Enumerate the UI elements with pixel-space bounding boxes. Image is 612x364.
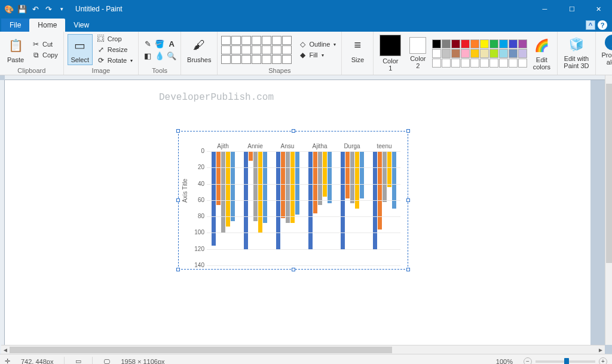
vscroll-thumb[interactable] — [606, 84, 612, 263]
scroll-left-icon[interactable]: ◄ — [1, 345, 10, 354]
shape-option[interactable] — [231, 36, 241, 45]
edit-colors-button[interactable]: 🌈 Edit colors — [530, 35, 553, 72]
palette-color[interactable] — [509, 49, 518, 58]
palette-color[interactable] — [461, 49, 470, 58]
shape-option[interactable] — [231, 55, 241, 64]
zoom-slider[interactable] — [536, 360, 595, 363]
help-icon[interactable]: ? — [598, 20, 607, 30]
selection-handle[interactable] — [406, 268, 410, 271]
vertical-scrollbar[interactable] — [605, 75, 612, 345]
eraser-tool[interactable]: ◧ — [142, 50, 153, 61]
palette-color[interactable] — [489, 59, 498, 68]
shape-option[interactable] — [282, 45, 292, 54]
palette-color[interactable] — [480, 39, 489, 48]
outline-button[interactable]: ◇Outline▾ — [296, 39, 338, 49]
selection-handle[interactable] — [176, 198, 180, 202]
shape-option[interactable] — [262, 36, 271, 45]
palette-color[interactable] — [518, 49, 527, 58]
fill-tool[interactable]: 🪣 — [154, 38, 165, 49]
selection-handle[interactable] — [176, 129, 180, 133]
minimize-ribbon-icon[interactable]: ^ — [586, 20, 595, 30]
palette-color[interactable] — [518, 39, 527, 48]
shape-option[interactable] — [262, 45, 271, 54]
palette-color[interactable] — [470, 49, 479, 58]
color2-button[interactable]: Color 2 — [406, 36, 430, 71]
palette-row-2[interactable] — [432, 49, 527, 58]
shape-option[interactable] — [272, 55, 281, 64]
palette-color[interactable] — [509, 59, 518, 68]
pencil-tool[interactable]: ✎ — [142, 38, 153, 49]
shape-option[interactable] — [272, 45, 281, 54]
undo-icon[interactable]: ↶ — [30, 4, 41, 14]
selection-handle[interactable] — [176, 268, 180, 271]
picker-tool[interactable]: 💧 — [154, 50, 165, 61]
zoom-in-button[interactable]: + — [599, 357, 607, 365]
cut-button[interactable]: ✂Cut — [30, 39, 60, 49]
resize-button[interactable]: ⤢Resize — [95, 45, 134, 54]
size-button[interactable]: ≡ Size — [345, 35, 369, 65]
palette-row-3[interactable] — [432, 59, 527, 68]
shape-option[interactable] — [231, 45, 241, 54]
palette-color[interactable] — [442, 39, 451, 48]
shape-option[interactable] — [241, 45, 251, 54]
horizontal-scrollbar[interactable]: ◄ ► — [1, 345, 605, 354]
palette-color[interactable] — [499, 59, 508, 68]
shape-option[interactable] — [262, 55, 271, 64]
selection-handle[interactable] — [406, 198, 410, 202]
tab-file[interactable]: File — [1, 19, 29, 32]
shape-option[interactable] — [221, 55, 231, 64]
palette-color[interactable] — [470, 59, 479, 68]
palette-color[interactable] — [442, 59, 451, 68]
palette-color[interactable] — [499, 39, 508, 48]
shape-option[interactable] — [282, 36, 292, 45]
palette-color[interactable] — [518, 59, 527, 68]
palette-row-1[interactable] — [432, 39, 527, 48]
close-button[interactable]: ✕ — [585, 0, 612, 18]
color1-button[interactable]: Color 1 — [377, 33, 403, 73]
palette-color[interactable] — [451, 59, 460, 68]
shape-option[interactable] — [241, 36, 251, 45]
crop-button[interactable]: ⿴Crop — [95, 34, 134, 44]
palette-color[interactable] — [509, 39, 518, 48]
save-icon[interactable]: 💾 — [17, 4, 27, 14]
palette-color[interactable] — [451, 39, 460, 48]
shape-option[interactable] — [272, 36, 281, 45]
copy-button[interactable]: ⧉Copy — [30, 50, 60, 60]
shape-option[interactable] — [252, 36, 261, 45]
magnifier-tool[interactable]: 🔍 — [166, 50, 177, 61]
tab-view[interactable]: View — [65, 19, 97, 32]
rotate-button[interactable]: ⟳Rotate▾ — [95, 56, 134, 65]
selection-handle[interactable] — [292, 129, 295, 133]
shape-option[interactable] — [241, 55, 251, 64]
shapes-gallery[interactable] — [221, 36, 292, 64]
shape-option[interactable] — [221, 45, 231, 54]
palette-color[interactable] — [470, 39, 479, 48]
palette-color[interactable] — [432, 39, 441, 48]
palette-color[interactable] — [442, 49, 451, 58]
text-tool[interactable]: A — [166, 38, 177, 49]
palette-color[interactable] — [461, 59, 470, 68]
palette-color[interactable] — [480, 49, 489, 58]
shape-option[interactable] — [221, 36, 231, 45]
maximize-button[interactable]: ☐ — [558, 0, 585, 18]
palette-color[interactable] — [499, 49, 508, 58]
shape-option[interactable] — [252, 45, 261, 54]
select-button[interactable]: ▭ Select — [68, 34, 93, 65]
shape-option[interactable] — [252, 55, 261, 64]
palette-color[interactable] — [432, 49, 441, 58]
scroll-right-icon[interactable]: ► — [596, 345, 605, 354]
palette-color[interactable] — [489, 39, 498, 48]
minimize-button[interactable]: ─ — [531, 0, 558, 18]
tab-home[interactable]: Home — [29, 19, 65, 32]
palette-color[interactable] — [432, 59, 441, 68]
brushes-button[interactable]: 🖌 Brushes — [185, 35, 213, 65]
hscroll-thumb[interactable] — [10, 347, 392, 353]
product-alert-button[interactable]: i Product alert — [599, 33, 612, 67]
paste-button[interactable]: 📋 Paste — [4, 35, 27, 65]
redo-icon[interactable]: ↷ — [43, 4, 54, 14]
qat-more-icon[interactable]: ▾ — [56, 4, 67, 14]
palette-color[interactable] — [489, 49, 498, 58]
zoom-out-button[interactable]: − — [524, 357, 532, 365]
palette-color[interactable] — [480, 59, 489, 68]
selection-handle[interactable] — [292, 268, 295, 271]
